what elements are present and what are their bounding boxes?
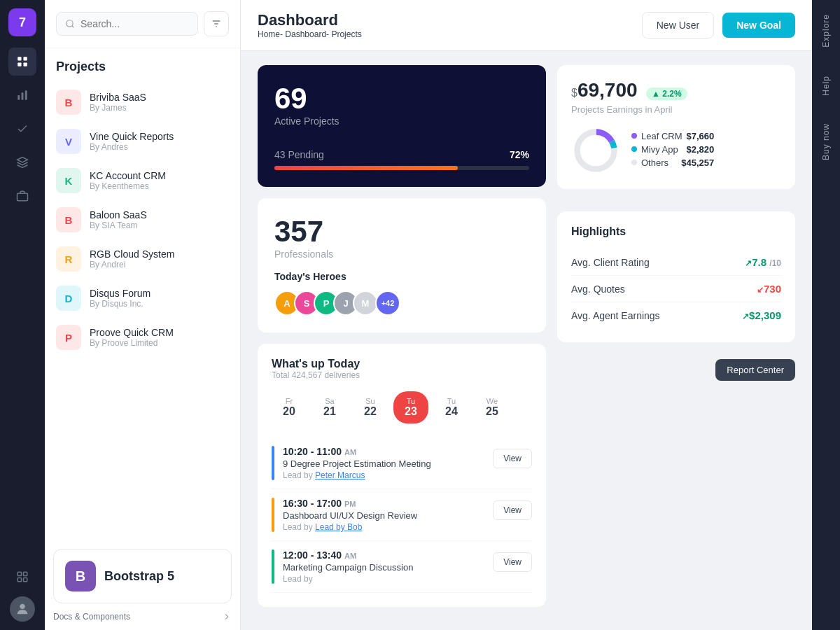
highlights-title: Highlights [571,225,781,238]
project-icon-kc: K [56,168,81,193]
whatsup-sub: Total 424,567 deliveries [272,370,532,380]
svg-rect-1 [24,57,27,60]
cal-day-25[interactable]: We25 [475,391,510,424]
project-list: B Briviba SaaS By James V Vine Quick Rep… [45,80,240,540]
svg-rect-2 [18,63,21,66]
project-info-rgb: RGB Cloud System By Andrei [90,248,174,270]
header: Dashboard Home- Dashboard- Projects New … [241,0,812,51]
event-view-button-2[interactable]: View [493,552,532,572]
breadcrumb-dash: Dashboard- [285,29,329,39]
project-item-vine[interactable]: V Vine Quick Reports By Andres [45,122,240,161]
main-content: Dashboard Home- Dashboard- Projects New … [241,0,812,630]
nav-icon-chart[interactable] [8,81,36,109]
event-view-button-1[interactable]: View [493,500,532,520]
hero-avatar-extra-1: M [353,290,378,316]
cal-day-22[interactable]: Su22 [353,391,388,424]
event-lead-link-0[interactable]: Peter Marcus [315,470,365,480]
docs-bar[interactable]: Docs & Components [53,612,232,622]
project-info-baloon: Baloon SaaS By SIA Team [90,209,147,230]
project-info-briviba: Briviba SaaS By James [90,92,146,113]
nav-icon-grid[interactable] [8,48,36,76]
project-item-rgb[interactable]: R RGB Cloud System By Andrei [45,239,240,279]
nav-icon-layers[interactable] [8,148,36,176]
highlight-row-avg.-agent-earnings: Avg. Agent Earnings $2,309 [571,302,781,328]
chevron-right-icon [222,612,232,622]
new-goal-button[interactable]: New Goal [722,13,795,38]
cal-day-24[interactable]: Tu24 [434,391,469,424]
event-item-1: 16:30 - 17:00 PM Dashboard UI/UX Design … [272,489,532,541]
projects-title: Projects [45,48,240,80]
project-icon-baloon: B [56,207,81,232]
whatsup-title: What's up Today [272,358,532,370]
project-info-disqus: Disqus Forum By Disqus Inc. [90,288,150,309]
filter-button[interactable] [204,11,229,36]
buy-now-button[interactable]: Buy now [814,109,838,174]
highlights-card: Highlights Avg. Client Rating 7.8 /10 Av… [557,211,795,342]
professionals-label: Professionals [274,248,529,260]
legend-item-others: Others $45,257 [631,158,714,168]
event-lead-link-1[interactable]: Lead by Bob [315,522,362,532]
event-content-0: 10:20 - 11:00 AM 9 Degree Project Estima… [283,446,431,480]
nav-icon-widget[interactable] [8,563,36,591]
project-item-proove[interactable]: P Proove Quick CRM By Proove Limited [45,318,240,357]
explore-button[interactable]: Explore [814,0,838,62]
right-column: $69,700 ▲ 2.2% Projects Earnings in Apri… [557,65,795,616]
legend-dot [631,133,637,139]
nav-icon-briefcase[interactable] [8,182,36,210]
earnings-badge: ▲ 2.2% [646,88,687,100]
percent-label: 72% [510,149,529,160]
event-bar-1 [272,498,274,532]
left-column: 69 Active Projects 43 Pending 72% 357 Pr… [258,65,546,616]
project-item-disqus[interactable]: D Disqus Forum By Disqus Inc. [45,279,240,318]
avatar-more: +42 [375,290,400,316]
svg-point-13 [20,604,24,609]
breadcrumb-home: Home- [258,29,283,39]
svg-rect-6 [25,90,27,100]
cal-day-21[interactable]: Sa21 [312,391,347,424]
nav-icon-check[interactable] [8,115,36,143]
project-item-baloon[interactable]: B Baloon SaaS By SIA Team [45,200,240,239]
sidebar: Projects B Briviba SaaS By James V Vine … [45,0,241,630]
content-area: 69 Active Projects 43 Pending 72% 357 Pr… [241,51,812,630]
sidebar-search-area [45,0,240,48]
search-input[interactable] [80,18,189,29]
docs-label: Docs & Components [53,612,130,622]
breadcrumb: Home- Dashboard- Projects [258,29,362,39]
legend-dot [631,146,637,152]
breadcrumb-current: Projects [331,29,361,39]
svg-rect-0 [18,57,21,60]
project-icon-vine: V [56,129,81,154]
project-icon-proove: P [56,325,81,350]
active-projects-number: 69 [274,82,529,115]
search-box[interactable] [56,12,198,36]
cal-day-20[interactable]: Fr20 [272,391,307,424]
left-navigation: 7 [0,0,45,630]
project-item-kc[interactable]: K KC Account CRM By Keenthemes [45,161,240,200]
project-icon-briviba: B [56,90,81,115]
report-center-button[interactable]: Report Center [715,359,795,381]
earnings-label: Projects Earnings in April [571,104,781,115]
highlight-row-avg.-quotes: Avg. Quotes 730 [571,276,781,302]
bootstrap-banner[interactable]: B Bootstrap 5 [53,549,232,603]
event-bar-0 [272,446,274,480]
project-item-briviba[interactable]: B Briviba SaaS By James [45,83,240,122]
header-actions: New User New Goal [642,12,795,38]
search-icon [65,18,75,29]
new-user-button[interactable]: New User [642,12,714,38]
header-left: Dashboard Home- Dashboard- Projects [258,11,362,39]
svg-rect-5 [22,92,24,100]
active-projects-label: Active Projects [274,115,529,127]
calendar-days: Fr20Sa21Su22Tu23Tu24We25 [272,391,532,424]
help-button[interactable]: Help [814,62,838,110]
event-view-button-0[interactable]: View [493,449,532,468]
highlight-row-avg.-client-rating: Avg. Client Rating 7.8 /10 [571,249,781,276]
professionals-number: 357 [274,215,529,248]
cal-day-23[interactable]: Tu23 [393,391,428,424]
events-list: 10:20 - 11:00 AM 9 Degree Project Estima… [272,438,532,593]
nav-avatar[interactable]: 7 [8,8,36,36]
legend-item-mivy-app: Mivy App $2,820 [631,144,714,155]
svg-point-14 [66,20,73,27]
svg-rect-11 [24,578,27,582]
user-avatar-bottom[interactable] [10,596,35,622]
svg-rect-9 [18,572,21,575]
